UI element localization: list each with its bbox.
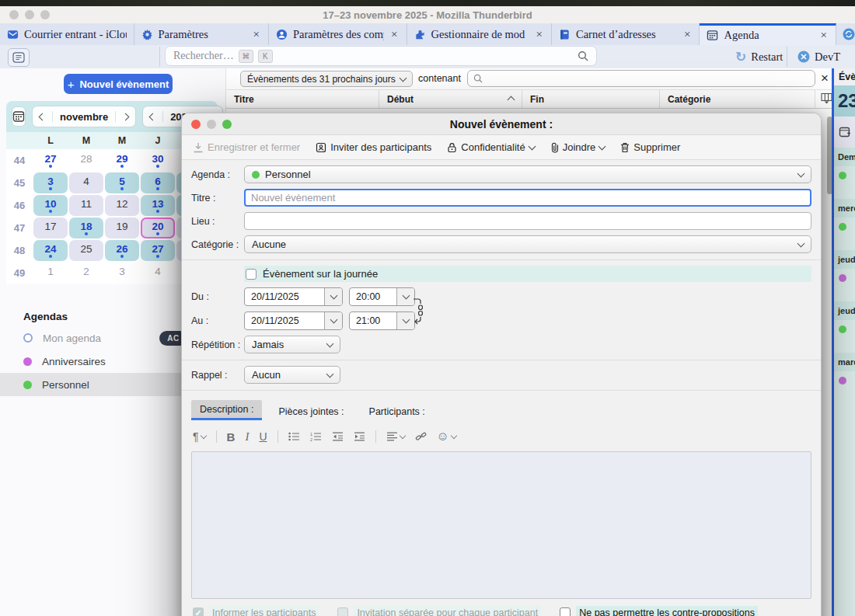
bold-button[interactable]: B — [227, 430, 236, 444]
agenda-color-dot[interactable] — [23, 381, 32, 389]
privacy-dropdown-button[interactable]: Confidentialité — [447, 141, 534, 153]
mini-calendar-view-button[interactable] — [12, 106, 26, 127]
outdent-icon[interactable] — [332, 432, 344, 441]
underline-button[interactable]: U — [259, 430, 267, 443]
minical-day[interactable]: 10 — [33, 195, 68, 216]
minical-day[interactable]: 27 — [33, 150, 68, 171]
link-times-icon[interactable] — [412, 294, 423, 325]
hyperlink-icon[interactable] — [415, 431, 427, 442]
minical-day[interactable]: 26 — [105, 240, 139, 261]
section-event[interactable] — [834, 320, 855, 353]
tab-agenda[interactable]: Agenda × — [700, 23, 836, 45]
minical-day[interactable]: 2 — [69, 263, 103, 284]
category-select[interactable]: Aucune — [244, 235, 811, 253]
italic-button[interactable]: I — [245, 430, 249, 444]
close-filter-icon[interactable]: × — [821, 71, 829, 85]
global-search[interactable]: Rechercher… ⌘ K — [165, 46, 597, 66]
date-dropdown-button[interactable] — [324, 312, 342, 329]
events-search-input[interactable] — [487, 72, 809, 85]
smiley-icon[interactable]: ☺ — [437, 430, 456, 444]
tab-partial[interactable] — [836, 23, 855, 45]
column-picker-icon[interactable] — [821, 92, 832, 104]
from-date-picker[interactable]: 20/11/2025 — [244, 287, 343, 306]
tab-parametres[interactable]: Paramètres × — [134, 23, 270, 45]
events-search-field[interactable] — [467, 70, 815, 87]
section-event[interactable] — [834, 371, 855, 404]
tab-participants[interactable]: Participants : — [361, 402, 434, 420]
minical-day[interactable]: 19 — [105, 218, 139, 238]
minical-day[interactable]: 24 — [33, 240, 68, 261]
minical-day[interactable]: 12 — [105, 195, 139, 216]
new-event-button[interactable]: + Nouvel évènement — [64, 74, 173, 94]
to-date-picker[interactable]: 20/11/2025 — [244, 311, 343, 330]
tab-carnet-adresses[interactable]: Carnet d’adresses × — [552, 23, 700, 45]
previous-month-icon[interactable] — [39, 113, 47, 120]
section-event[interactable] — [834, 218, 855, 250]
minical-day[interactable]: 5 — [105, 172, 139, 193]
section-event[interactable] — [834, 269, 855, 301]
column-categorie[interactable]: Catégorie — [660, 90, 815, 108]
from-time-picker[interactable]: 20:00 — [349, 287, 415, 306]
align-button[interactable] — [386, 432, 405, 441]
close-tab-icon[interactable]: × — [535, 28, 544, 41]
minical-day[interactable]: 11 — [69, 195, 103, 216]
minical-day[interactable]: 27 — [141, 240, 175, 261]
event-location-input[interactable] — [244, 212, 811, 230]
spaces-toolbar-button[interactable] — [8, 48, 30, 67]
column-debut[interactable]: Début — [379, 90, 522, 108]
tab-description[interactable]: Description : — [191, 400, 262, 420]
section-event[interactable] — [834, 166, 855, 199]
date-dropdown-button[interactable] — [324, 288, 342, 305]
restart-button[interactable]: ↻ Restart — [735, 45, 783, 68]
close-tab-icon[interactable]: × — [819, 29, 829, 42]
attach-dropdown-button[interactable]: Joindre — [550, 141, 605, 153]
close-tab-icon[interactable]: × — [682, 28, 692, 41]
minical-day[interactable]: 4 — [69, 172, 103, 193]
minical-day[interactable]: 1 — [33, 263, 68, 284]
minical-day[interactable]: 30 — [141, 150, 175, 171]
numbered-list-icon[interactable]: 12 — [310, 432, 322, 441]
tab-gestionnaire-modules[interactable]: Gestionnaire de mod × — [407, 23, 552, 45]
minical-day[interactable]: 3 — [33, 172, 68, 193]
minical-day[interactable]: 20 — [141, 218, 175, 238]
reminder-select[interactable]: Aucun — [244, 366, 340, 384]
tab-pieces-jointes[interactable]: Pièces jointes : — [270, 402, 352, 420]
paragraph-style-button[interactable]: ¶ — [193, 430, 206, 443]
minical-day[interactable]: 29 — [105, 150, 139, 171]
events-filter-dropdown[interactable]: Évènements des 31 prochains jours — [240, 71, 413, 87]
notify-participants-checkbox[interactable]: ✓ Informer les participants — [193, 606, 319, 616]
tab-parametres-comptes[interactable]: Paramètres des comp × — [269, 23, 407, 45]
indent-icon[interactable] — [354, 432, 365, 441]
minical-day[interactable]: 13 — [141, 195, 175, 216]
disallow-counter-proposals-checkbox[interactable]: Ne pas permettre les contre-propositions — [560, 606, 758, 616]
minical-day[interactable]: 25 — [69, 240, 103, 261]
event-title-input[interactable] — [244, 189, 811, 207]
separate-invitation-checkbox[interactable]: Invitation séparée pour chaque participa… — [337, 606, 541, 616]
agenda-select[interactable]: Personnel — [244, 165, 811, 183]
close-tab-icon[interactable]: × — [389, 28, 399, 41]
bullet-list-icon[interactable] — [288, 432, 300, 441]
column-fin[interactable]: Fin — [522, 90, 660, 108]
minical-day[interactable]: 17 — [33, 218, 68, 238]
invite-participants-button[interactable]: Inviter des participants — [316, 141, 431, 153]
repeat-select[interactable]: Jamais — [244, 336, 340, 353]
tab-courrier-entrant[interactable]: Courrier entrant - iClou — [0, 23, 134, 45]
delete-button[interactable]: Supprimer — [620, 141, 680, 153]
agenda-color-dot[interactable] — [23, 357, 32, 366]
description-editor[interactable] — [191, 451, 811, 599]
today-pane-calendar-icon[interactable] — [839, 126, 851, 138]
agenda-color-ring[interactable] — [23, 333, 33, 343]
previous-year-icon[interactable] — [149, 113, 157, 120]
minical-day[interactable]: 18 — [69, 218, 103, 238]
save-and-close-button[interactable]: Enregistrer et fermer — [193, 141, 300, 153]
devtools-button[interactable]: DevT — [797, 45, 840, 68]
next-month-icon[interactable] — [122, 113, 130, 120]
minical-day[interactable]: 6 — [141, 172, 175, 193]
minical-day[interactable]: 3 — [105, 263, 139, 284]
close-tab-icon[interactable]: × — [252, 28, 261, 41]
column-titre[interactable]: Titre — [226, 90, 379, 108]
minical-day[interactable]: 28 — [69, 150, 103, 171]
to-time-picker[interactable]: 21:00 — [349, 311, 415, 330]
minical-day[interactable]: 4 — [141, 263, 175, 284]
allday-checkbox[interactable] — [246, 269, 256, 280]
